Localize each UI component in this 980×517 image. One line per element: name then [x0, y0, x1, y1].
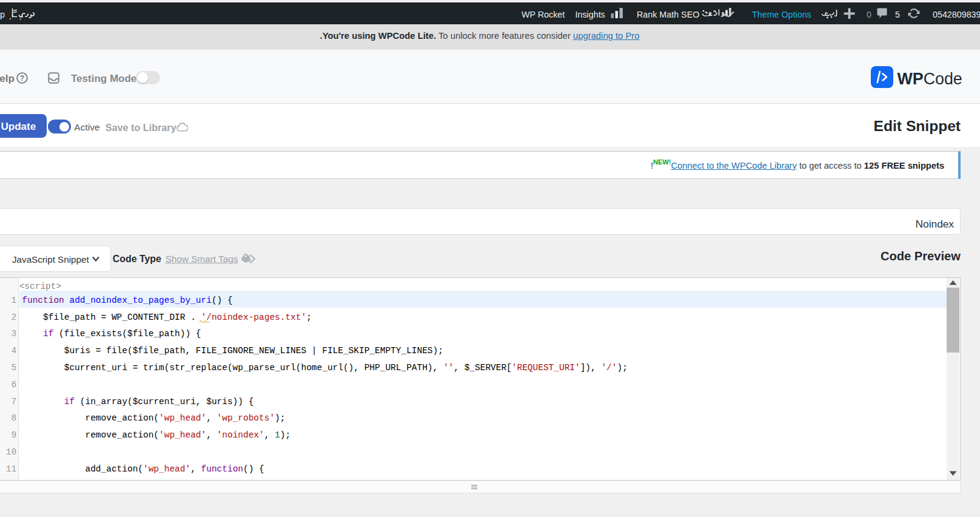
svg-text:?: ?	[20, 74, 24, 83]
